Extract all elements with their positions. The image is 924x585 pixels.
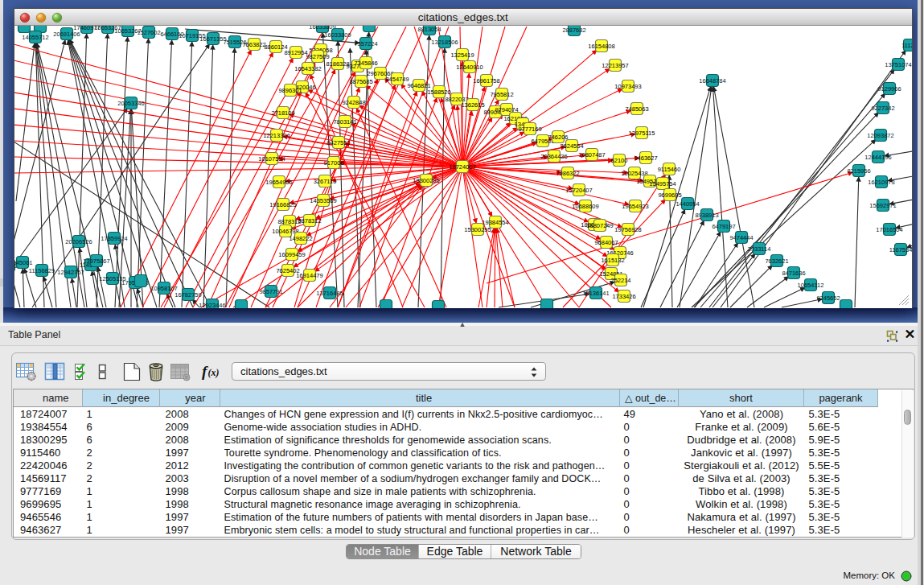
svg-text:11123: 11123 [901,42,912,49]
svg-text:1440954: 1440954 [676,200,699,208]
svg-text:145061: 145061 [14,259,33,266]
svg-text:15692971: 15692971 [869,202,896,209]
svg-text:746206: 746206 [548,134,568,141]
svg-text:7803141: 7803141 [333,118,356,126]
svg-text:1167534: 1167534 [889,246,912,253]
svg-text:20206526: 20206526 [65,238,92,245]
svg-text:9827509: 9827509 [306,53,329,60]
svg-text:8813054: 8813054 [417,26,441,33]
svg-text:1588520: 1588520 [427,89,450,96]
svg-text:20364436: 20364436 [540,153,567,160]
svg-text:9896301: 9896301 [278,87,302,94]
svg-text:16961758: 16961758 [473,77,499,84]
svg-text:16099459: 16099459 [278,251,305,258]
svg-text:2887682: 2887682 [562,27,585,34]
svg-text:8875685: 8875685 [349,78,372,85]
svg-text:8215956: 8215956 [847,167,870,175]
svg-text:16033809: 16033809 [324,31,351,39]
svg-text:12213957: 12213957 [602,62,628,69]
svg-text:18807249: 18807249 [586,222,613,229]
svg-text:9699695: 9699695 [658,192,681,199]
svg-text:8454749: 8454749 [385,76,409,83]
svg-text:7345846: 7345846 [354,60,377,67]
svg-text:18640910: 18640910 [456,64,483,71]
svg-text:9857791: 9857791 [259,288,282,295]
svg-text:12942757: 12942757 [57,269,84,276]
svg-text:18724007: 18724007 [449,163,475,171]
svg-text:12923446: 12923446 [199,302,225,308]
svg-text:1733426: 1733426 [612,293,635,300]
svg-text:9684067: 9684067 [594,239,618,246]
svg-text:8912954: 8912954 [284,49,307,56]
svg-text:19654923: 19654923 [622,203,648,210]
svg-text:1498222: 1498222 [289,235,312,242]
svg-text:3267110: 3267110 [313,178,336,185]
svg-text:14353569: 14353569 [310,197,336,204]
svg-text:917006: 917006 [323,159,343,167]
svg-text:9474444: 9474444 [729,234,753,241]
svg-text:2718109: 2718109 [271,109,294,117]
svg-text:18300295: 18300295 [413,177,439,184]
svg-text:13716485: 13716485 [316,290,343,297]
svg-text:8471636: 8471636 [782,270,805,277]
svg-text:20053346: 20053346 [117,100,144,107]
svg-text:9115460: 9115460 [657,166,680,173]
svg-text:20691406: 20691406 [53,31,80,38]
svg-text:252214: 252214 [610,277,630,284]
svg-text:16154808: 16154808 [588,43,614,50]
svg-text:11156829: 11156829 [28,267,54,274]
svg-text:19654965: 19654965 [265,179,292,186]
svg-text:7515526: 7515526 [223,39,246,46]
svg-text:13975867: 13975867 [83,257,109,265]
svg-text:9227342: 9227342 [871,105,894,112]
svg-text:16782759: 16782759 [175,291,201,299]
svg-text:10973493: 10973493 [614,83,641,90]
svg-text:15300295: 15300295 [464,226,491,233]
svg-text:10107554: 10107554 [258,155,285,163]
svg-text:19756928: 19756928 [614,226,641,233]
svg-text:7632621: 7632621 [765,257,788,265]
svg-text:16210973: 16210973 [868,179,894,186]
svg-text:9242848: 9242848 [342,99,365,106]
svg-text:13218506: 13218506 [431,39,458,46]
svg-text:19384554: 19384554 [482,219,508,226]
svg-text:19166825: 19166825 [269,201,296,208]
svg-text:16648784: 16648784 [699,77,725,84]
svg-text:1527602: 1527602 [137,29,160,36]
svg-text:10654112: 10654112 [797,282,823,289]
svg-text:13751074: 13751074 [885,61,911,68]
svg-text:9129966: 9129966 [877,85,901,93]
svg-text:16914479: 16914479 [296,272,322,279]
svg-text:9245652: 9245652 [816,295,840,302]
svg-text:17359924: 17359924 [101,235,127,242]
svg-text:62100: 62100 [610,157,627,164]
svg-text:3624554: 3624554 [560,142,583,150]
svg-text:12093872: 12093872 [867,132,893,139]
svg-text:15720407: 15720407 [565,187,592,194]
svg-text:12975115: 12975115 [628,130,655,137]
svg-text:10958107: 10958107 [150,285,177,292]
svg-text:10807487: 10807487 [578,151,605,159]
svg-text:15136141: 15136141 [582,290,609,297]
svg-text:9463627: 9463627 [634,154,657,162]
svg-text:2933114: 2933114 [747,245,770,253]
svg-text:7955812: 7955812 [490,91,513,98]
svg-text:9427552: 9427552 [326,139,350,146]
svg-text:1615132: 1615132 [601,257,624,264]
svg-text:7485063: 7485063 [625,105,648,113]
svg-text:9777169: 9777169 [518,126,541,133]
svg-text:7986322: 7986322 [556,170,579,177]
svg-text:12213304: 12213304 [263,132,290,139]
svg-text:8878312: 8878312 [298,217,321,225]
svg-text:10688609: 10688609 [572,203,598,210]
svg-text:15495754: 15495754 [649,180,676,187]
svg-text:7357224: 7357224 [354,40,377,47]
svg-text:12444196: 12444196 [864,154,891,161]
svg-text:17016504: 17016504 [876,226,902,233]
svg-text:(x): (x) [208,367,220,378]
svg-text:16543382: 16543382 [294,65,321,72]
svg-text:1325419: 1325419 [450,51,474,59]
svg-text:1362615: 1362615 [461,101,484,109]
svg-text:14055712: 14055712 [22,34,48,41]
svg-text:8938913: 8938913 [695,212,718,219]
